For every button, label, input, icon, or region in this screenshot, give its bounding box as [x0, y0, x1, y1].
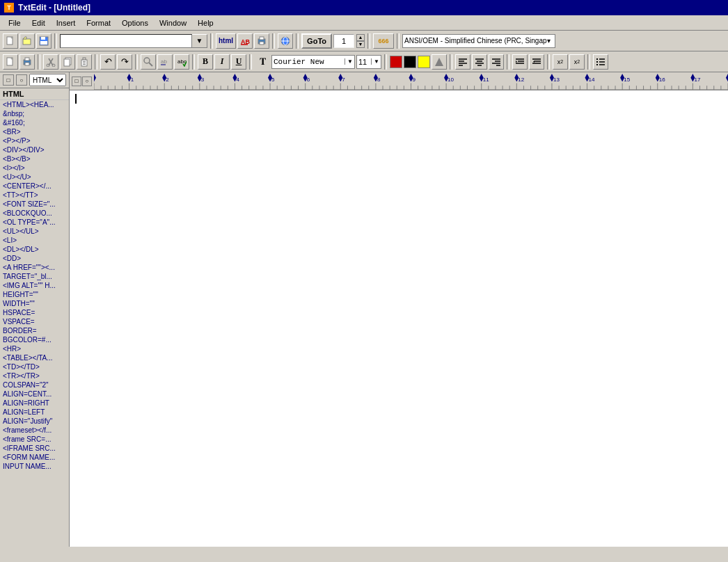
spellcheck-button[interactable]: abc	[174, 54, 189, 70]
fg-color-black[interactable]	[404, 56, 416, 68]
copy-button[interactable]	[60, 54, 75, 70]
sidebar-item[interactable]: <B></B>	[0, 154, 69, 163]
sidebar-item[interactable]: <HR>	[0, 344, 69, 353]
font-size-dropdown[interactable]: 11 ▼	[356, 55, 381, 69]
print-button[interactable]	[254, 33, 269, 49]
sidebar-item[interactable]: <DIV></DIV>	[0, 145, 69, 154]
sidebar-item[interactable]: VSPACE=	[0, 317, 69, 326]
bg-color-yellow[interactable]	[418, 56, 430, 68]
open-button[interactable]	[19, 33, 35, 49]
sidebar-item[interactable]: <TR></TR>	[0, 371, 69, 380]
menu-edit[interactable]: Edit	[26, 17, 51, 29]
paste-button[interactable]	[77, 54, 92, 70]
sidebar-item[interactable]: TARGET="_bl...	[0, 272, 69, 281]
menu-options[interactable]: Options	[116, 17, 154, 29]
redo-button[interactable]: ↷	[117, 54, 132, 70]
sidebar-item[interactable]: <FORM NAME...	[0, 453, 69, 462]
sidebar-item[interactable]: <P></P>	[0, 136, 69, 145]
editor[interactable]	[70, 90, 728, 547]
goto-button[interactable]: GoTo	[301, 33, 332, 49]
sidebar-item[interactable]: BORDER=	[0, 326, 69, 335]
sidebar-item[interactable]: &nbsp;	[0, 109, 69, 118]
align-center-button[interactable]	[472, 54, 487, 70]
tb2-new-button[interactable]	[3, 54, 18, 70]
sidebar-item[interactable]: <HTML><HEA...	[0, 100, 69, 109]
sidebar-item[interactable]: <FONT SIZE="...	[0, 200, 69, 209]
sidebar-item[interactable]: <OL TYPE="A"...	[0, 218, 69, 227]
new-button[interactable]	[3, 33, 18, 49]
sidebar-item[interactable]: <BR>	[0, 127, 69, 136]
sidebar-item[interactable]: <TD></TD>	[0, 362, 69, 371]
tb2-print-button[interactable]	[19, 54, 35, 70]
command-input[interactable]	[60, 34, 192, 48]
indent-decrease-button[interactable]	[529, 54, 544, 70]
sidebar-icon-btn2[interactable]: ○	[16, 74, 27, 86]
sidebar-item[interactable]: ALIGN=CENT...	[0, 390, 69, 399]
menu-format[interactable]: Format	[81, 17, 116, 29]
line-number-input[interactable]	[333, 34, 354, 48]
html-button[interactable]: html	[216, 33, 236, 49]
sidebar-mode-select[interactable]: HTML	[29, 74, 66, 86]
command-dropdown-arrow[interactable]: ▼	[192, 34, 207, 48]
list-button[interactable]	[593, 54, 608, 70]
find-icon	[143, 57, 153, 67]
superscript-button[interactable]: x2	[553, 54, 568, 70]
sidebar-item[interactable]: ALIGN=RIGHT	[0, 399, 69, 408]
sidebar-item[interactable]: HSPACE=	[0, 308, 69, 317]
sidebar-item[interactable]: &#160;	[0, 118, 69, 127]
sidebar-item[interactable]: <A HREF=""><...	[0, 263, 69, 272]
separator10	[192, 54, 195, 70]
align-left-button[interactable]	[455, 54, 470, 70]
bold-button[interactable]: B	[198, 54, 213, 70]
fg-color-red[interactable]	[390, 56, 402, 68]
sidebar-item[interactable]: <BLOCKQUO...	[0, 209, 69, 218]
sidebar-item[interactable]: BGCOLOR=#...	[0, 335, 69, 344]
sidebar-item[interactable]: HEIGHT=""	[0, 290, 69, 299]
align-right-button[interactable]	[489, 54, 504, 70]
spin-down[interactable]: ▼	[356, 41, 365, 48]
sidebar-item[interactable]: <DD>	[0, 254, 69, 263]
underline-button[interactable]: U	[231, 54, 246, 70]
sidebar-item[interactable]: <U></U>	[0, 172, 69, 182]
menu-help[interactable]: Help	[192, 17, 219, 29]
spin-up[interactable]: ▲	[356, 34, 365, 41]
sidebar-item[interactable]: COLSPAN="2"	[0, 380, 69, 390]
indent-increase-button[interactable]	[512, 54, 528, 70]
sidebar-item[interactable]: <frameset></f...	[0, 426, 69, 435]
sidebar-item[interactable]: <TABLE></TA...	[0, 353, 69, 362]
sidebar-item[interactable]: <DL></DL>	[0, 245, 69, 254]
separator8	[95, 54, 97, 70]
italic-button[interactable]: I	[214, 54, 230, 70]
sidebar-item[interactable]: <IFRAME SRC...	[0, 444, 69, 453]
find-button[interactable]	[141, 54, 156, 70]
svg-marker-53	[516, 61, 517, 63]
stats-button[interactable]: 666	[373, 33, 394, 49]
sidebar-item[interactable]: WIDTH=""	[0, 299, 69, 308]
save-button[interactable]	[36, 33, 52, 49]
font-name-dropdown[interactable]: Courier New ▼	[271, 55, 355, 69]
undo-button[interactable]: ↶	[100, 54, 116, 70]
color-picker-button[interactable]	[432, 54, 447, 70]
sidebar-item[interactable]: <UL></UL>	[0, 227, 69, 236]
spell-button[interactable]: AB	[237, 33, 253, 49]
sidebar-item[interactable]: ALIGN=LEFT	[0, 408, 69, 417]
cut-button[interactable]	[43, 54, 58, 70]
ruler-icon-btn1[interactable]: □	[72, 77, 81, 86]
sidebar-icon-btn1[interactable]: □	[3, 74, 14, 86]
encoding-dropdown[interactable]: ANSI/OEM - Simplified Chinese (PRC, Sing…	[402, 34, 555, 48]
menu-window[interactable]: Window	[154, 17, 192, 29]
replace-button[interactable]: ab	[157, 54, 173, 70]
sidebar-item[interactable]: <frame SRC=...	[0, 435, 69, 444]
sidebar-item[interactable]: <CENTER></...	[0, 182, 69, 191]
sidebar-item[interactable]: <IMG ALT="" H...	[0, 281, 69, 290]
menu-insert[interactable]: Insert	[51, 17, 81, 29]
sidebar-item[interactable]: <LI>	[0, 236, 69, 245]
sidebar-item[interactable]: <I></I>	[0, 163, 69, 172]
menu-file[interactable]: File	[3, 17, 26, 29]
sidebar-item[interactable]: ALIGN="Justify"	[0, 417, 69, 426]
subscript-button[interactable]: x2	[569, 54, 585, 70]
browser-button[interactable]	[278, 33, 293, 49]
sidebar-item[interactable]: INPUT NAME...	[0, 462, 69, 471]
ruler-icon-btn2[interactable]: ○	[82, 77, 92, 86]
sidebar-item[interactable]: <TT></TT>	[0, 191, 69, 200]
